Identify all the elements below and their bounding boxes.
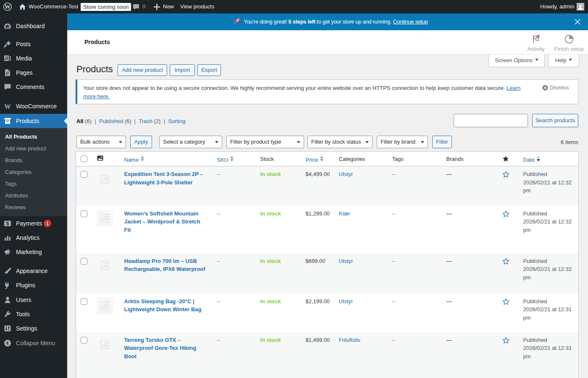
svg-text:W: W: [4, 103, 11, 110]
svg-text:$: $: [6, 221, 9, 226]
svg-text:W: W: [5, 4, 10, 10]
